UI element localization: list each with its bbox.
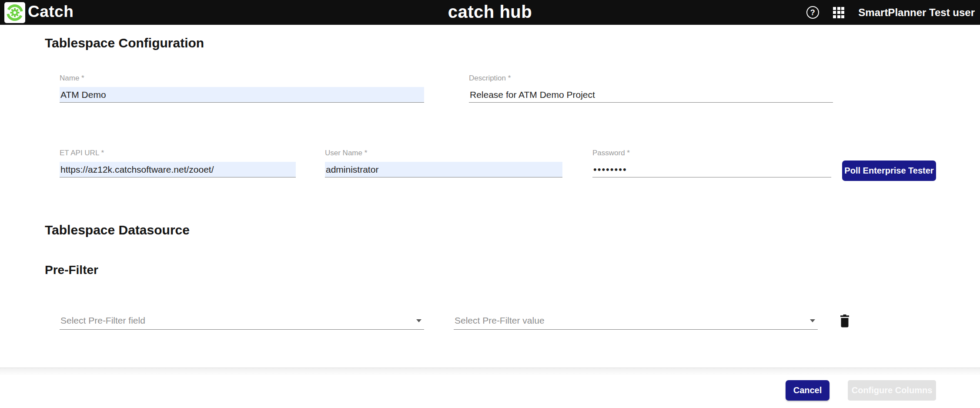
password-field: Password * (592, 149, 831, 177)
brand-name: Catch (28, 3, 74, 21)
section-title-prefilter: Pre-Filter (45, 263, 98, 277)
footer-shadow (0, 368, 980, 376)
top-header-bar: Catch catch hub ? SmartPlanner Test user (0, 0, 980, 25)
prefilter-field-placeholder: Select Pre-Filter field (60, 315, 416, 329)
name-field: Name * (60, 74, 424, 103)
prefilter-value-select[interactable]: Select Pre-Filter value (454, 310, 818, 330)
et-api-url-label: ET API URL * (60, 149, 296, 157)
catch-logo[interactable] (4, 2, 25, 23)
user-name-field: User Name * (325, 149, 562, 177)
trash-icon (840, 314, 850, 328)
password-input[interactable] (592, 162, 831, 177)
password-label: Password * (592, 149, 831, 157)
cancel-button[interactable]: Cancel (786, 380, 829, 401)
prefilter-value-placeholder: Select Pre-Filter value (454, 315, 810, 329)
tablespace-configuration-page: Catch catch hub ? SmartPlanner Test user… (0, 0, 980, 408)
section-title-configuration: Tablespace Configuration (45, 36, 204, 50)
help-icon: ? (806, 6, 819, 19)
apps-button[interactable] (831, 5, 846, 20)
description-field: Description * (469, 74, 833, 103)
et-api-url-input[interactable] (60, 162, 296, 177)
caret-down-icon (416, 319, 421, 322)
prefilter-field-select[interactable]: Select Pre-Filter field (60, 310, 424, 330)
name-label: Name * (60, 74, 424, 83)
configure-columns-button[interactable]: Configure Columns (848, 380, 936, 401)
description-label: Description * (469, 74, 833, 83)
description-input[interactable] (469, 87, 833, 103)
poll-enterprise-tester-button[interactable]: Poll Enterprise Tester (842, 161, 936, 181)
page-title: catch hub (448, 2, 532, 21)
user-name-input[interactable] (325, 162, 562, 177)
caret-down-icon (810, 319, 815, 322)
delete-prefilter-button[interactable] (836, 311, 853, 331)
user-menu[interactable]: SmartPlanner Test user (858, 7, 975, 19)
user-name-label: User Name * (325, 149, 562, 157)
help-button[interactable]: ? (805, 5, 820, 20)
catch-gear-logo-icon (5, 3, 24, 22)
footer-divider (0, 368, 980, 368)
apps-grid-icon (833, 7, 844, 18)
header-actions: ? SmartPlanner Test user (805, 0, 975, 25)
name-input[interactable] (60, 87, 424, 103)
section-title-datasource: Tablespace Datasource (45, 223, 190, 237)
et-api-url-field: ET API URL * (60, 149, 296, 177)
